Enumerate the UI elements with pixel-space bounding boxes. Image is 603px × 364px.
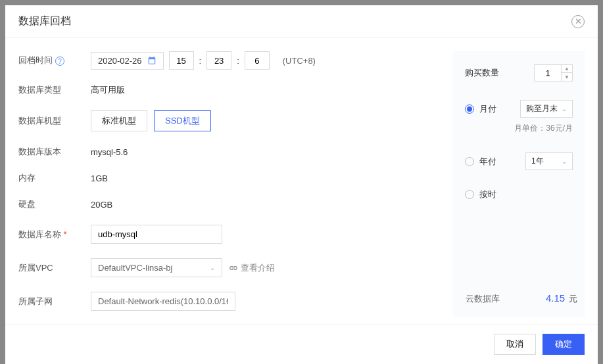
- row-memory: 内存 1GB: [18, 172, 440, 184]
- label-db-name: 数据库名称: [18, 229, 91, 240]
- chevron-down-icon: ⌄: [210, 264, 215, 271]
- confirm-button[interactable]: 确定: [543, 334, 585, 355]
- label-subnet: 所属子网: [18, 296, 91, 307]
- row-db-name: 数据库名称: [18, 225, 440, 244]
- row-disk: 硬盘 20GB: [18, 198, 440, 210]
- price-summary: 云数据库 4.15 元: [466, 292, 577, 305]
- value-disk: 20GB: [91, 200, 112, 210]
- monthly-duration-select[interactable]: 购至月末 ⌄: [520, 100, 573, 118]
- modal-body: 回档时间? 2020-02-26 : : (UTC+8): [5, 38, 598, 324]
- machine-type-ssd[interactable]: SSD机型: [154, 110, 211, 131]
- row-db-type: 数据库类型 高可用版: [18, 84, 440, 96]
- calendar-icon: [147, 56, 157, 65]
- modal-footer: 云数据库 4.15 元 取消 确定: [5, 324, 598, 364]
- second-input[interactable]: [245, 51, 270, 70]
- form-column: 回档时间? 2020-02-26 : : (UTC+8): [18, 51, 453, 317]
- hour-input[interactable]: [169, 51, 194, 70]
- label-quantity: 购买数量: [465, 67, 499, 79]
- close-icon[interactable]: ✕: [571, 15, 585, 28]
- label-vpc: 所属VPC: [18, 262, 91, 274]
- monthly-price-hint: 月单价：36元/月: [465, 123, 573, 134]
- radio-monthly[interactable]: 月付: [465, 103, 496, 115]
- modal-header: 数据库回档 ✕: [5, 5, 598, 38]
- machine-type-standard[interactable]: 标准机型: [91, 110, 147, 131]
- pay-option-hourly: 按时: [465, 189, 573, 200]
- row-rollback-time: 回档时间? 2020-02-26 : : (UTC+8): [18, 51, 440, 70]
- value-db-type: 高可用版: [91, 84, 125, 96]
- quantity-field[interactable]: [535, 65, 561, 81]
- row-subnet: 所属子网 Default-Network-redis(10.10.0.0/16: [18, 292, 440, 311]
- rollback-modal: 数据库回档 ✕ 回档时间? 2020-02-26 :: [5, 5, 598, 364]
- vpc-value: DefaultVPC-linsa-bj: [98, 263, 172, 273]
- chevron-down-icon: ⌄: [562, 105, 567, 112]
- date-picker[interactable]: 2020-02-26: [91, 52, 164, 70]
- db-name-field[interactable]: [91, 225, 222, 244]
- radio-icon: [465, 157, 474, 166]
- radio-icon: [465, 104, 474, 114]
- vpc-intro-link[interactable]: 查看介绍: [229, 262, 275, 274]
- row-machine-type: 数据库机型 标准机型 SSD机型: [18, 110, 440, 131]
- radio-hourly[interactable]: 按时: [465, 189, 496, 200]
- pay-option-yearly: 年付 1年 ⌄: [465, 152, 573, 170]
- row-quantity: 购买数量 ▲ ▼: [465, 64, 573, 81]
- radio-icon: [465, 190, 474, 199]
- value-memory: 1GB: [91, 173, 108, 183]
- spin-up-icon[interactable]: ▲: [562, 65, 572, 73]
- row-vpc: 所属VPC DefaultVPC-linsa-bj ⌄ 查看介绍: [18, 258, 440, 277]
- label-disk: 硬盘: [18, 198, 91, 210]
- date-value: 2020-02-26: [98, 56, 142, 66]
- timezone-label: (UTC+8): [283, 56, 316, 66]
- label-rollback-time: 回档时间?: [18, 55, 91, 66]
- label-db-type: 数据库类型: [18, 84, 91, 96]
- minute-input[interactable]: [206, 51, 231, 70]
- cancel-button[interactable]: 取消: [494, 334, 536, 355]
- summary-unit: 元: [569, 294, 577, 304]
- label-machine-type: 数据库机型: [18, 115, 91, 127]
- link-icon: [229, 263, 238, 273]
- label-memory: 内存: [18, 172, 91, 184]
- quantity-stepper[interactable]: ▲ ▼: [534, 64, 573, 81]
- value-db-version: mysql-5.6: [91, 147, 128, 157]
- summary-price: 4.15: [546, 292, 565, 304]
- subnet-value: Default-Network-redis(10.10.0.0/16: [98, 296, 228, 306]
- spin-down-icon[interactable]: ▼: [562, 73, 572, 81]
- help-icon[interactable]: ?: [55, 57, 64, 66]
- yearly-duration-select[interactable]: 1年 ⌄: [525, 152, 573, 170]
- summary-label: 云数据库: [466, 293, 500, 305]
- subnet-select[interactable]: Default-Network-redis(10.10.0.0/16: [91, 292, 235, 311]
- chevron-down-icon: ⌄: [562, 158, 567, 165]
- row-db-version: 数据库版本 mysql-5.6: [18, 146, 440, 158]
- purchase-panel: 购买数量 ▲ ▼ 月付 购至月末 ⌄: [453, 51, 585, 317]
- modal-title: 数据库回档: [18, 14, 71, 28]
- vpc-select[interactable]: DefaultVPC-linsa-bj ⌄: [91, 258, 222, 277]
- radio-yearly[interactable]: 年付: [465, 156, 496, 168]
- label-db-version: 数据库版本: [18, 146, 91, 158]
- pay-option-monthly: 月付 购至月末 ⌄ 月单价：36元/月: [465, 100, 573, 134]
